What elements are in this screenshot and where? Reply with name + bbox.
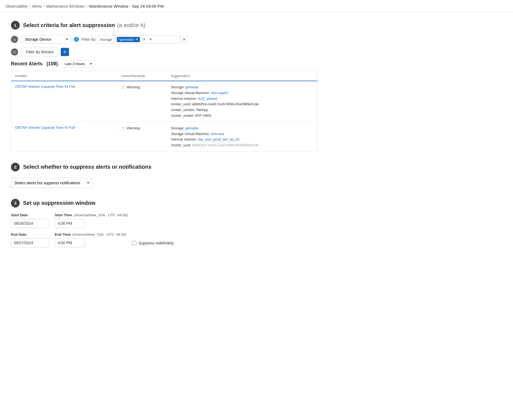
end-date-input[interactable]: [11, 238, 49, 247]
alerts-table: monitor currentSeverity triggeredOn ONTA…: [11, 71, 318, 152]
step2-section: 2 Select whether to suppress alerts or n…: [11, 163, 318, 188]
warning-icon: ⚠: [121, 126, 125, 131]
end-time-group: End Time (America/New_York - UTC -04:00): [55, 232, 126, 247]
end-time-input[interactable]: [55, 238, 85, 247]
filter-tag-close-icon[interactable]: ✕: [136, 38, 138, 41]
field-value: NetApp: [196, 108, 208, 112]
start-time-input[interactable]: [55, 219, 85, 228]
start-date-group: Start Date: [11, 213, 49, 228]
filter-tag-grenada: *grenada* ✕: [117, 37, 140, 42]
start-time-group: Start Time (America/New_York - UTC -04:0…: [55, 213, 128, 228]
filter-by-label: Filter By: [82, 37, 96, 42]
entity-type-dropdown[interactable]: Storage Device Host Cluster Volume: [22, 35, 71, 44]
start-date-input[interactable]: [11, 219, 49, 228]
severity-text: Warning: [127, 126, 140, 130]
start-date-row: Start Date Start Time (America/New_York …: [11, 213, 318, 228]
step2-header: 2 Select whether to suppress alerts or n…: [11, 163, 318, 171]
severity-text: Warning: [127, 85, 140, 89]
breadcrumb: Observability / Alerts / Maintenance Win…: [0, 0, 513, 13]
triggered-on-info: Storage: grenadaStorage Virtual Machine:…: [171, 126, 313, 148]
label-a: a: [11, 36, 18, 43]
field-label: Internal Volume:: [171, 137, 198, 141]
step3-header: 3 Set up suppression window: [11, 199, 318, 208]
field-value-link[interactable]: grenada: [185, 126, 198, 130]
col-severity: currentSeverity: [117, 71, 167, 81]
start-timezone: (America/New_York - UTC -04:00): [74, 213, 128, 217]
add-filter-button[interactable]: +: [61, 48, 69, 56]
filter-dropdown-button[interactable]: ▼: [149, 37, 153, 41]
end-date-label: End Date: [11, 232, 49, 237]
end-timezone: (America/New_York - UTC -04:00): [72, 232, 126, 237]
severity-badge: ⚠Warning: [121, 84, 163, 90]
recent-alerts-title: Recent Alerts: [11, 61, 42, 67]
step1-subtitle: (a and/or b): [117, 22, 145, 28]
monitor-link[interactable]: ONTAP Volume Capacity Time To Full: [15, 84, 75, 89]
breadcrumb-sep-2: /: [44, 4, 45, 8]
recent-alerts-count: (108): [46, 61, 58, 67]
end-time-label: End Time: [55, 232, 71, 237]
step3-section: 3 Set up suppression window Start Date S…: [11, 199, 318, 247]
field-label: cluster_vendor:: [171, 108, 197, 112]
end-date-row: End Date End Time (America/New_York - UT…: [11, 232, 318, 247]
warning-icon: ⚠: [121, 84, 125, 90]
step1-title: Select criteria for alert suppression: [23, 22, 115, 28]
field-value: a68d2fce-cee8-11e9-909d-00a0989e2cde: [192, 102, 259, 106]
suppress-indefinitely-checkbox[interactable]: [132, 241, 136, 245]
filter-tag-value: *grenada*: [119, 37, 134, 42]
start-time-label: Start Time: [55, 213, 72, 217]
field-label: Storage Virtual Machine:: [171, 91, 211, 95]
filter-clear-button[interactable]: ✕: [180, 36, 188, 43]
field-value: AFF-A800: [195, 113, 211, 118]
field-value-link[interactable]: svm-sap01: [211, 91, 228, 95]
field-value: a68d2fce-cee8-11e9-909d-00a0989e2cde: [192, 143, 259, 147]
field-label: Internal Volume:: [171, 97, 198, 101]
field-label: cluster_uuid:: [171, 102, 192, 106]
table-row: ONTAP Volume Capacity Time To Full⚠Warni…: [11, 81, 318, 122]
breadcrumb-current: Maintenance Window - Sep 26 04:00 PM: [89, 4, 164, 8]
start-date-label: Start Date: [11, 213, 49, 217]
field-value-link[interactable]: H13_shared: [198, 97, 217, 101]
field-label: Storage:: [171, 126, 186, 130]
filter-clear-x-button[interactable]: ✕: [142, 37, 147, 42]
col-monitor: monitor: [11, 71, 117, 81]
field-value-link[interactable]: svm-esx: [211, 132, 224, 136]
label-b: b: [11, 48, 18, 56]
filter-storage-label: Storage: [100, 37, 115, 42]
step1-header: 1 Select criteria for alert suppression …: [11, 21, 318, 30]
field-value-link[interactable]: grenada: [185, 85, 198, 89]
breadcrumb-maintenance-windows[interactable]: Maintenance Windows: [46, 4, 85, 8]
breadcrumb-alerts[interactable]: Alerts: [32, 4, 42, 8]
field-label: Storage:: [171, 85, 186, 89]
suppress-indefinitely-label: Suppress indefinitely: [139, 241, 174, 245]
col-triggered: triggeredOn: [167, 71, 318, 81]
monitor-link[interactable]: ONTAP Volume Capacity Time To Full: [15, 126, 75, 130]
recent-alerts-header: Recent Alerts (108) Last 3 Hours Last 1 …: [11, 60, 318, 68]
step3-circle: 3: [11, 199, 20, 208]
field-label: cluster_model:: [171, 113, 195, 118]
filter-tag-container: Storage *grenada* ✕ ✕ ▼: [97, 36, 179, 43]
step1-section: 1 Select criteria for alert suppression …: [11, 21, 318, 152]
end-date-group: End Date: [11, 232, 49, 247]
info-icon[interactable]: i: [74, 37, 79, 42]
step2-title: Select whether to suppress alerts or not…: [23, 164, 151, 170]
severity-badge: ⚠Warning: [121, 126, 163, 131]
field-label: Storage Virtual Machine:: [171, 132, 211, 136]
step1-circle: 1: [11, 21, 20, 30]
suppress-indefinitely-row: Suppress indefinitely: [132, 241, 174, 247]
suppress-type-dropdown[interactable]: Detect alerts but suppress notifications…: [11, 178, 93, 188]
step3-title: Set up suppression window: [23, 200, 95, 206]
breadcrumb-sep-3: /: [86, 4, 87, 8]
breadcrumb-sep-1: /: [29, 4, 30, 8]
step2-circle: 2: [11, 163, 20, 171]
triggered-on-info: Storage: grenadaStorage Virtual Machine:…: [171, 84, 313, 119]
criteria-row-b: b Filter By Monitor +: [11, 48, 318, 56]
field-label: cluster_uuid:: [171, 143, 192, 147]
time-range-select[interactable]: Last 3 Hours Last 1 Hour Last 6 Hours La…: [62, 60, 95, 68]
breadcrumb-observability[interactable]: Observability: [5, 4, 28, 8]
criteria-row-a: a Storage Device Host Cluster Volume i F…: [11, 35, 318, 44]
table-row: ONTAP Volume Capacity Time To Full⚠Warni…: [11, 122, 318, 151]
filter-by-monitor-button[interactable]: Filter By Monitor: [22, 48, 58, 56]
field-value-link[interactable]: cbc_esxi_prod_win_ds_01: [198, 137, 240, 141]
